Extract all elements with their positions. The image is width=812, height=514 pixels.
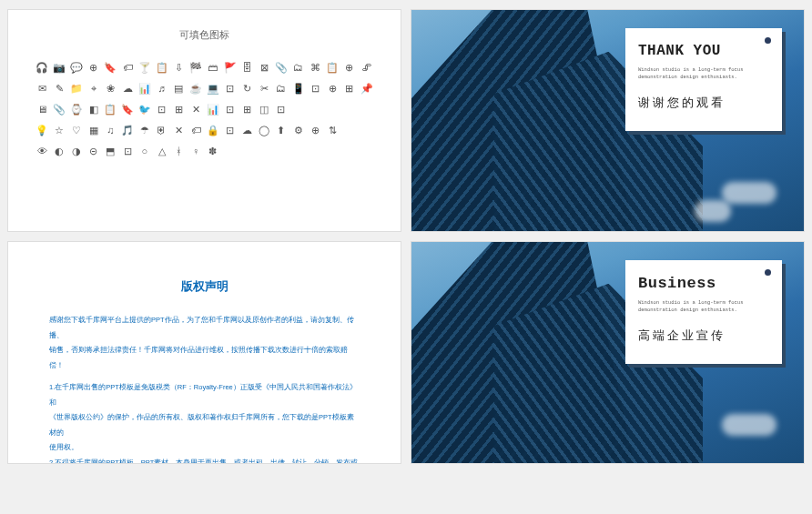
fillable-icon: ⊕ [309,125,322,136]
fillable-icon: ⊕ [326,83,340,95]
fillable-icon: ⌚ [70,104,84,116]
fillable-icon: ⊕ [343,62,357,74]
fillable-icon: ⇩ [172,62,186,74]
fillable-icon: ✽ [207,146,220,157]
fillable-icon: ☁ [240,125,254,136]
fillable-icon: ⚙ [291,125,305,136]
fillable-icon: ⊡ [223,83,237,95]
fillable-icon: ⊕ [86,62,100,74]
fillable-icon: ▤ [172,83,186,95]
fillable-icon: 🗂 [291,62,305,74]
fillable-icon: ♀ [189,146,203,157]
fillable-icon: 🎧 [36,62,49,74]
fillable-icon: ✕ [189,104,203,116]
fillable-icon: 🗂 [275,83,289,95]
fillable-icon: 🏷 [189,125,203,136]
dot-icon [765,37,771,44]
fillable-icon [343,125,357,136]
fillable-icon: 📋 [155,62,168,74]
business-title: Business [638,275,769,292]
fillable-icon: ⊡ [309,83,322,95]
fillable-icon [360,104,373,116]
fillable-icon: ✂ [258,83,271,95]
fillable-icon [343,104,357,116]
fillable-icon: ✎ [53,83,66,95]
fillable-icon: ⊡ [121,146,135,157]
fillable-icon: 📊 [138,83,152,95]
fillable-icon: ✉ [36,83,49,95]
cloud-icon [695,200,731,222]
fillable-icon: ☁ [121,83,135,95]
fillable-icon: ⊝ [86,146,100,157]
fillable-icon: ⊞ [172,104,186,116]
fillable-icon: ⊠ [258,62,271,74]
fillable-icon [360,146,373,157]
fillable-icon: 🏁 [189,62,203,74]
fillable-icon: ◐ [53,146,66,157]
fillable-icon [309,104,322,116]
text-card-thank: THANK YOU Windson studio is a long-term … [625,28,782,131]
fillable-icon: ⌘ [309,62,322,74]
copyright-line: 使用权。 [49,440,360,456]
fillable-icon: 📌 [360,83,373,95]
fillable-icon: 📊 [207,104,220,116]
fillable-icon: 💻 [207,83,220,95]
fillable-icon: ♬ [155,83,168,95]
copyright-line: 2.不得将千库网的PPT模板、PPT素材，本身用于再出售，或者出租、出借、转让、… [49,456,360,465]
fillable-icon: ◧ [86,104,100,116]
fillable-icon: 💡 [36,125,49,136]
fillable-icon: ❀ [104,83,117,95]
fillable-icon: 🔖 [121,104,135,116]
fillable-icon: ↻ [240,83,254,95]
fillable-icon: ▦ [86,125,100,136]
fillable-icon: 📋 [326,62,340,74]
copyright-title: 版权声明 [49,278,360,295]
fillable-icon: ☂ [138,125,152,136]
business-subtitle: Windson studio is a long-term focus demo… [638,299,769,313]
thank-chinese: 谢谢您的观看 [638,95,769,111]
fillable-icon: 📎 [275,62,289,74]
copyright-body: 感谢您下载千库网平台上提供的PPT作品，为了您和千库网以及原创作者的利益，请勿复… [49,313,360,464]
copyright-line: 销售，否则将承担法律责任！千库网将对作品进行维权，按照传播下载次数进行十倍的索取… [49,343,360,373]
cloud-icon [722,414,776,436]
slide-copyright: 版权声明 感谢您下载千库网平台上提供的PPT作品，为了您和千库网以及原创作者的利… [7,241,401,464]
fillable-icon [291,104,305,116]
fillable-icon [326,146,340,157]
fillable-icon: ⊡ [223,125,237,136]
cloud-icon [722,182,776,204]
fillable-icon: ♫ [104,125,117,136]
fillable-icon: 📁 [70,83,84,95]
thank-title: THANK YOU [638,43,769,59]
fillable-icon [240,146,254,157]
fillable-icon: 🎵 [121,125,135,136]
icon-grid: 🎧📷💬⊕🔖🏷🍸📋⇩🏁🗃🚩🗄⊠📎🗂⌘📋⊕🖇✉✎📁⌖❀☁📊♬▤☕💻⊡↻✂🗂📱⊡⊕⊞📌… [36,62,373,157]
fillable-icon: 🐦 [138,104,152,116]
icons-title: 可填色图标 [36,28,373,42]
fillable-icon: ⊡ [155,104,168,116]
fillable-icon: △ [155,146,168,157]
fillable-icon: 📋 [104,104,117,116]
fillable-icon: ⬒ [104,146,117,157]
fillable-icon: 🖥 [36,104,49,116]
fillable-icon: ⬆ [275,125,289,136]
fillable-icon [309,146,322,157]
fillable-icon: 🔒 [207,125,220,136]
fillable-icon: ✕ [172,125,186,136]
copyright-line: 1.在千库网出售的PPT模板是免版税类（RF：Royalty-Free）正版受《… [49,380,360,410]
fillable-icon: ☕ [189,83,203,95]
fillable-icon [326,104,340,116]
fillable-icon: ⊞ [240,104,254,116]
fillable-icon [258,146,271,157]
fillable-icon [291,146,305,157]
fillable-icon: 💬 [70,62,84,74]
fillable-icon: 🚩 [223,62,237,74]
fillable-icon: 📷 [53,62,66,74]
fillable-icon [275,146,289,157]
fillable-icon [343,146,357,157]
dot-icon [765,269,771,276]
fillable-icon: ⇅ [326,125,340,136]
fillable-icon: ☆ [53,125,66,136]
slide-thank-you: THANK YOU Windson studio is a long-term … [411,9,805,232]
fillable-icon: ⛨ [155,125,168,136]
fillable-icon: ⊡ [275,104,289,116]
